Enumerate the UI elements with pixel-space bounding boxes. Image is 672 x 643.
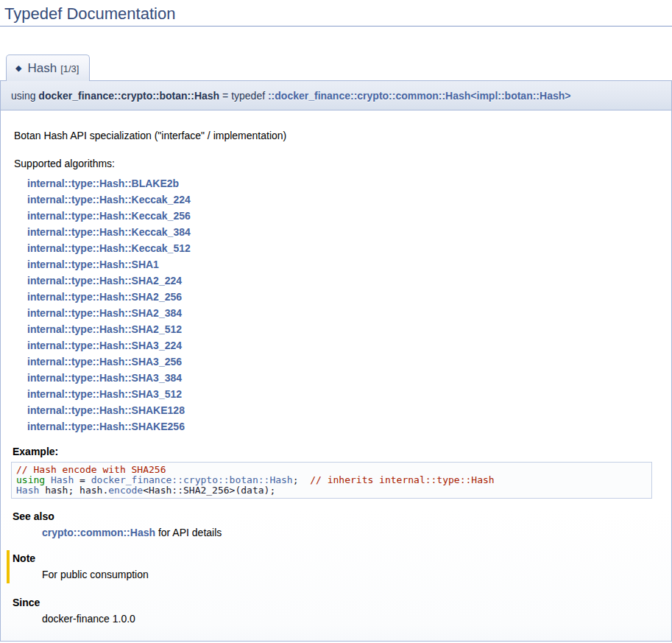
code-link-encode[interactable]: encode [108, 485, 143, 496]
member-prototype: using docker_finance::crypto::botan::Has… [0, 80, 672, 110]
code-text: hash; hash. [39, 485, 108, 496]
code-text: ; [293, 474, 310, 485]
note-section: Note For public consumption [7, 550, 664, 583]
member-hash-block: ◆Hash[1/3] using docker_finance::crypto:… [0, 27, 672, 642]
note-text: For public consumption [42, 569, 664, 580]
code-link-hash[interactable]: Hash [51, 474, 74, 485]
code-line: // Hash encode with SHA256 [16, 465, 647, 475]
see-also-content: crypto::common::Hash for API details [42, 527, 664, 538]
since-label: Since [13, 597, 664, 608]
member-tab: ◆Hash[1/3] [6, 55, 90, 81]
algorithm-link[interactable]: internal::type::Hash::BLAKE2b [27, 175, 179, 192]
algorithms-list: internal::type::Hash::BLAKE2b internal::… [27, 175, 664, 435]
see-also-section: See also crypto::common::Hash for API de… [13, 510, 664, 538]
code-link-botan-hash[interactable]: docker_finance::crypto::botan::Hash [91, 474, 293, 485]
algorithm-link[interactable]: internal::type::Hash::SHA2_512 [27, 321, 182, 337]
algorithm-link[interactable]: internal::type::Hash::SHA2_384 [27, 305, 182, 321]
member-item: using docker_finance::crypto::botan::Has… [0, 80, 672, 642]
typedef-documentation-section: Typedef Documentation ◆Hash[1/3] using d… [0, 0, 672, 642]
code-text: <Hash::SHA2_256>(data); [143, 485, 275, 496]
proto-equals-typedef: = typedef [219, 90, 268, 102]
code-text [45, 474, 51, 485]
algorithm-link[interactable]: internal::type::Hash::SHAKE256 [27, 418, 185, 435]
code-text: = [74, 474, 91, 485]
algorithms-label: Supported algorithms: [14, 158, 664, 169]
note-label: Note [13, 552, 664, 564]
algorithm-link[interactable]: internal::type::Hash::Keccak_256 [27, 208, 191, 224]
member-doc: Botan Hash API specialization ("interfac… [0, 110, 672, 642]
member-overload-index: [1/3] [60, 63, 79, 74]
see-also-label: See also [13, 510, 664, 522]
code-comment: // inherits internal::type::Hash [310, 474, 494, 485]
see-also-link[interactable]: crypto::common::Hash [42, 527, 155, 538]
algorithm-link[interactable]: internal::type::Hash::SHA2_224 [27, 273, 182, 289]
algorithm-link[interactable]: internal::type::Hash::SHA2_256 [27, 289, 182, 305]
proto-typedef-name: docker_finance::crypto::botan::Hash [38, 90, 219, 102]
algorithm-link[interactable]: internal::type::Hash::Keccak_224 [27, 192, 191, 208]
algorithm-link[interactable]: internal::type::Hash::SHA3_256 [27, 354, 182, 370]
section-title: Typedef Documentation [0, 0, 672, 27]
since-text: docker-finance 1.0.0 [42, 613, 664, 625]
algorithm-link[interactable]: internal::type::Hash::SHA1 [27, 256, 159, 273]
code-comment: // Hash encode with SHA256 [16, 464, 166, 475]
algorithm-link[interactable]: internal::type::Hash::SHA3_384 [27, 370, 182, 386]
code-line: Hash hash; hash.encode<Hash::SHA2_256>(d… [16, 485, 647, 496]
code-link-hash[interactable]: Hash [16, 485, 39, 496]
member-name: Hash [27, 61, 57, 75]
since-section: Since docker-finance 1.0.0 [13, 597, 664, 625]
algorithm-link[interactable]: internal::type::Hash::SHA3_224 [27, 337, 182, 354]
algorithm-link[interactable]: internal::type::Hash::Keccak_512 [27, 240, 191, 256]
code-keyword: using [16, 474, 45, 485]
see-also-text: for API details [155, 527, 222, 538]
proto-target-type-link[interactable]: ::docker_finance::crypto::common::Hash<i… [268, 90, 570, 102]
example-label: Example: [13, 446, 664, 457]
algorithm-link[interactable]: internal::type::Hash::SHAKE128 [27, 402, 185, 418]
algorithm-link[interactable]: internal::type::Hash::SHA3_512 [27, 386, 182, 402]
proto-using-keyword: using [11, 90, 38, 102]
doc-intro-text: Botan Hash API specialization ("interfac… [14, 130, 664, 141]
algorithm-link[interactable]: internal::type::Hash::Keccak_384 [27, 224, 191, 240]
code-line: using Hash = docker_finance::crypto::bot… [16, 475, 647, 485]
code-block: // Hash encode with SHA256 using Hash = … [11, 462, 652, 499]
permalink-anchor-icon[interactable]: ◆ [15, 63, 21, 72]
